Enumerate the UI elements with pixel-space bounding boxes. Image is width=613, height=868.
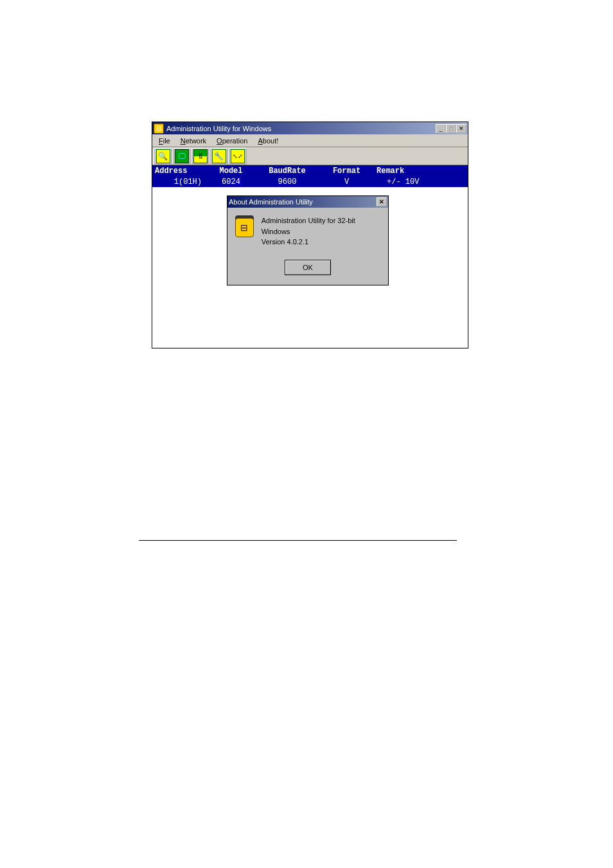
about-body: ⊟ Administration Utility for 32-bit Wind… [227, 208, 388, 285]
magnifier-icon: 🔍 [156, 149, 170, 163]
content-area: Address Model BaudRate Format Remark 1(0… [152, 165, 468, 348]
window-title: Administration Utility for Windows [166, 125, 436, 132]
cell-format: V [319, 177, 374, 186]
header-remark: Remark [374, 167, 468, 176]
cell-address: 1(01H) [152, 177, 207, 186]
about-line2: Version 4.0.2.1 [262, 237, 380, 248]
menu-operation[interactable]: Operation [213, 136, 251, 146]
cell-baudrate: 9600 [255, 177, 319, 186]
header-model: Model [207, 167, 255, 176]
content-body: About Administration Utility ✕ ⊟ Adminis… [152, 187, 468, 348]
about-titlebar: About Administration Utility ✕ [227, 196, 388, 208]
header-address: Address [152, 167, 207, 176]
expand-icon: ⤡⤢ [231, 149, 245, 163]
toolbar: 🔍 🖵 ⥮ 🔧 ⤡⤢ [152, 147, 468, 165]
cell-model: 6024 [207, 177, 255, 186]
toolbar-connect-button[interactable]: ⥮ [191, 148, 209, 165]
toolbar-monitor-button[interactable]: 🖵 [172, 148, 191, 165]
table-row[interactable]: 1(01H) 6024 9600 V +/- 10V [152, 177, 468, 187]
about-title: About Administration Utility [229, 198, 377, 206]
about-app-icon: ⊟ [235, 218, 254, 237]
toolbar-search-button[interactable]: 🔍 [154, 148, 172, 165]
app-window: ⊟ Administration Utility for Windows _ □… [152, 122, 468, 348]
page-divider [139, 540, 457, 541]
toolbar-expand-button[interactable]: ⤡⤢ [228, 148, 247, 165]
header-baudrate: BaudRate [255, 167, 319, 176]
monitor-icon: 🖵 [175, 149, 189, 163]
table-header: Address Model BaudRate Format Remark [152, 165, 468, 177]
close-button[interactable]: ✕ [456, 124, 466, 133]
menu-about[interactable]: About! [254, 136, 282, 146]
window-controls: _ □ ✕ [436, 124, 466, 133]
menu-file[interactable]: File [155, 136, 174, 146]
header-format: Format [319, 167, 374, 176]
about-line1: Administration Utility for 32-bit Window… [262, 215, 380, 237]
toolbar-config-button[interactable]: 🔧 [209, 148, 228, 165]
about-dialog: About Administration Utility ✕ ⊟ Adminis… [227, 195, 389, 285]
menubar: File Network Operation About! [152, 134, 468, 147]
minimize-button[interactable]: _ [436, 124, 446, 133]
app-icon: ⊟ [154, 123, 164, 134]
ok-button[interactable]: OK [285, 260, 330, 275]
titlebar: ⊟ Administration Utility for Windows _ □… [152, 122, 468, 134]
menu-network[interactable]: Network [177, 136, 210, 146]
about-close-button[interactable]: ✕ [377, 197, 387, 206]
wrench-icon: 🔧 [212, 149, 226, 163]
cell-remark: +/- 10V [374, 177, 468, 186]
maximize-button[interactable]: □ [446, 124, 456, 133]
connector-icon: ⥮ [193, 149, 208, 163]
about-text: Administration Utility for 32-bit Window… [262, 215, 380, 248]
